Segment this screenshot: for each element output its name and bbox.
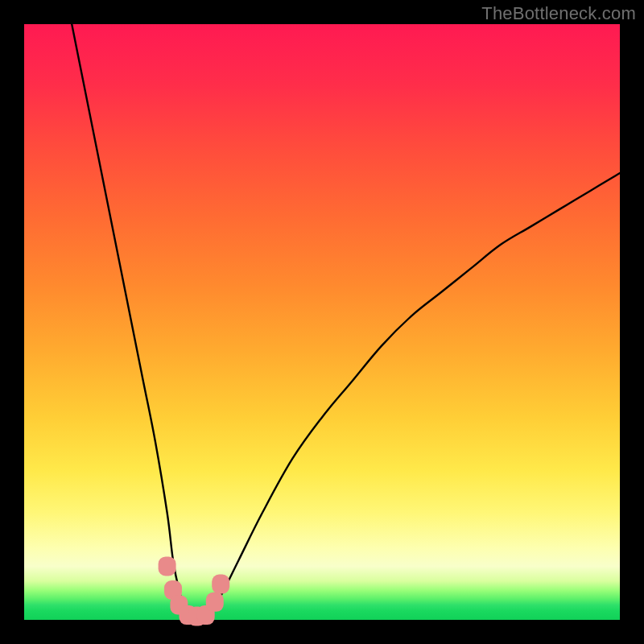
curve-marker (159, 556, 176, 576)
outer-frame: TheBottleneck.com (0, 0, 644, 644)
watermark-text: TheBottleneck.com (481, 3, 636, 24)
curve-marker (206, 592, 224, 612)
bottleneck-curve (72, 24, 620, 617)
curve-marker (212, 575, 229, 594)
chart-svg (24, 24, 620, 620)
marker-group (159, 556, 230, 625)
